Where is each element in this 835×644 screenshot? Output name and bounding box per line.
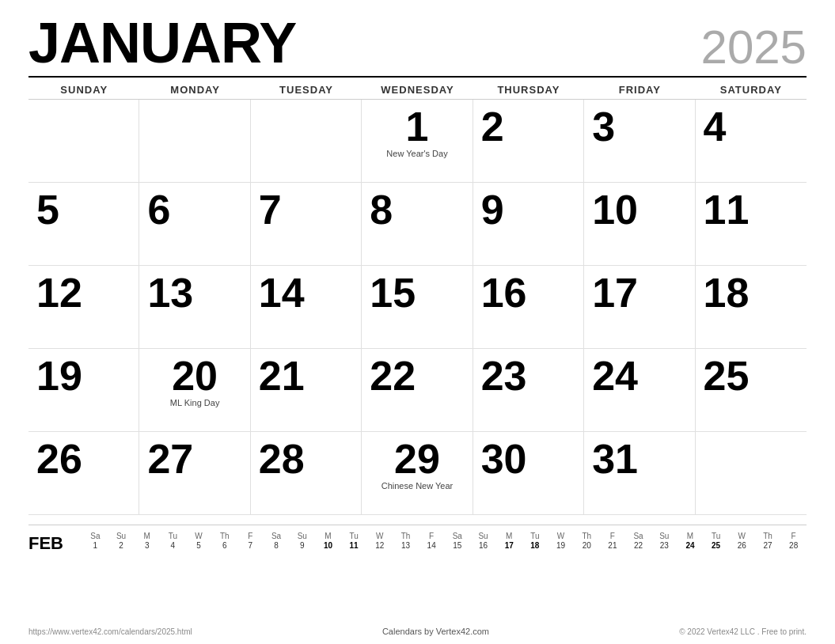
mini-calendar-section: FEB SaSuMTuWThFSaSuMTuWThFSaSuMTuWThFSaS… (28, 525, 807, 554)
mini-header-22: Su (651, 532, 677, 540)
mini-header-8: Su (289, 532, 315, 540)
mini-header-9: M (315, 532, 341, 540)
cal-cell-14: 14 (251, 266, 362, 349)
mini-day-22: 22 (625, 540, 651, 551)
day-number: 7 (259, 189, 353, 230)
footer-right: © 2022 Vertex42 LLC . Free to print. (679, 627, 807, 636)
day-number: 19 (36, 355, 131, 396)
day-number: 27 (147, 438, 241, 479)
cal-cell-23: 23 (473, 349, 584, 432)
cal-cell-19: 19 (28, 349, 139, 432)
cal-cell-28: 28 (251, 432, 362, 515)
day-number: 17 (592, 272, 686, 313)
day-number: 15 (370, 272, 464, 313)
mini-day-2: 2 (108, 540, 135, 551)
mini-day-5: 5 (186, 540, 212, 551)
year-title: 2025 (701, 24, 807, 71)
day-number: 14 (259, 272, 353, 313)
cal-cell-2: 2 (473, 100, 584, 183)
day-number: 2 (481, 106, 575, 147)
day-name-wednesday: WEDNESDAY (362, 78, 473, 99)
mini-day-3: 3 (134, 540, 160, 551)
calendar-grid: 1New Year's Day2345678910111213141516171… (28, 99, 807, 515)
day-number: 3 (592, 106, 686, 147)
mini-header-4: W (186, 532, 212, 540)
mini-header-3: Tu (160, 532, 186, 540)
mini-header-6: F (237, 532, 264, 540)
cal-cell-12: 12 (28, 266, 139, 349)
day-number: 23 (481, 355, 575, 396)
cal-cell-9: 9 (473, 183, 584, 266)
mini-header-7: Sa (264, 532, 290, 540)
mini-header-18: W (548, 532, 574, 540)
footer-center: Calendars by Vertex42.com (382, 627, 489, 636)
mini-day-19: 19 (548, 540, 574, 551)
mini-header-15: Su (470, 532, 496, 540)
day-number: 21 (259, 355, 353, 396)
day-name-monday: MONDAY (139, 78, 250, 99)
cal-cell-21: 21 (251, 349, 362, 432)
day-number: 24 (592, 355, 686, 396)
day-number: 12 (36, 272, 131, 313)
day-name-thursday: THURSDAY (473, 78, 584, 99)
cal-cell-1: 1New Year's Day (362, 100, 473, 183)
mini-day-11: 11 (341, 540, 367, 551)
mini-day-7: 7 (237, 540, 264, 551)
mini-header-14: Sa (444, 532, 470, 540)
mini-grid: SaSuMTuWThFSaSuMTuWThFSaSuMTuWThFSaSuMTu… (82, 532, 807, 551)
day-name-saturday: SATURDAY (696, 78, 807, 99)
cal-cell-empty (139, 100, 250, 183)
holiday-label: Chinese New Year (370, 481, 464, 491)
cal-cell-17: 17 (584, 266, 695, 349)
mini-day-4: 4 (160, 540, 186, 551)
day-number: 10 (592, 189, 686, 230)
mini-header-25: W (729, 532, 755, 540)
mini-day-28: 28 (780, 540, 807, 551)
cal-cell-5: 5 (28, 183, 139, 266)
mini-day-15: 15 (444, 540, 470, 551)
calendar-wrapper: JANUARY 2025 SUNDAYMONDAYTUESDAYWEDNESDA… (0, 0, 835, 562)
mini-header-16: M (496, 532, 522, 540)
cal-cell-6: 6 (139, 183, 250, 266)
day-number: 22 (370, 355, 464, 396)
mini-header-20: F (600, 532, 626, 540)
cal-cell-10: 10 (584, 183, 695, 266)
mini-day-21: 21 (600, 540, 626, 551)
day-number: 31 (592, 438, 686, 479)
day-number: 1 (370, 106, 464, 147)
mini-day-17: 17 (496, 540, 522, 551)
day-number: 28 (259, 438, 353, 479)
day-number: 29 (370, 438, 464, 479)
cal-cell-24: 24 (584, 349, 695, 432)
cal-cell-7: 7 (251, 183, 362, 266)
mini-day-14: 14 (419, 540, 445, 551)
mini-header-11: W (366, 532, 393, 540)
cal-cell-18: 18 (696, 266, 807, 349)
mini-header-5: Th (211, 532, 237, 540)
cal-cell-27: 27 (139, 432, 250, 515)
day-number: 18 (704, 272, 799, 313)
cal-cell-25: 25 (696, 349, 807, 432)
mini-day-16: 16 (470, 540, 496, 551)
mini-header-13: F (419, 532, 445, 540)
mini-day-13: 13 (393, 540, 419, 551)
mini-header-1: Su (108, 532, 135, 540)
holiday-label: New Year's Day (370, 149, 464, 159)
mini-month-label: FEB (28, 532, 82, 554)
mini-day-24: 24 (677, 540, 704, 551)
day-number: 6 (147, 189, 241, 230)
day-number: 20 (147, 355, 241, 396)
footer-left: https://www.vertex42.com/calendars/2025.… (28, 627, 192, 636)
day-number: 4 (704, 106, 799, 147)
month-title: JANUARY (28, 14, 296, 71)
day-name-friday: FRIDAY (584, 78, 695, 99)
day-number: 25 (704, 355, 799, 396)
cal-cell-22: 22 (362, 349, 473, 432)
mini-day-1: 1 (82, 540, 108, 551)
mini-day-8: 8 (264, 540, 290, 551)
cal-cell-15: 15 (362, 266, 473, 349)
mini-header-0: Sa (82, 532, 108, 540)
mini-day-23: 23 (651, 540, 677, 551)
cal-cell-empty (696, 432, 807, 515)
day-name-sunday: SUNDAY (28, 78, 139, 99)
